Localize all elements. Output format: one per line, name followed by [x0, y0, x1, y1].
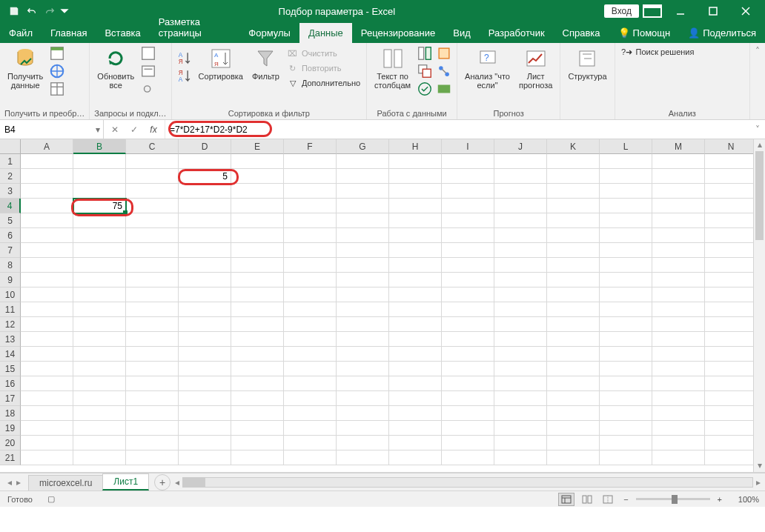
cell[interactable]: [284, 317, 337, 332]
fx-icon[interactable]: fx: [147, 123, 160, 136]
cell[interactable]: [600, 243, 652, 258]
cell[interactable]: [179, 243, 231, 258]
undo-icon[interactable]: [24, 3, 40, 19]
cell[interactable]: [494, 169, 547, 184]
cell[interactable]: [179, 213, 231, 228]
cell[interactable]: [231, 436, 284, 450]
cell[interactable]: [21, 406, 73, 421]
cell[interactable]: [179, 317, 231, 332]
cell[interactable]: [126, 347, 179, 362]
cell[interactable]: [494, 258, 547, 273]
cell[interactable]: [284, 347, 337, 362]
cell[interactable]: [389, 450, 442, 465]
cell[interactable]: [73, 376, 126, 391]
edit-links-icon[interactable]: [140, 81, 156, 97]
cell[interactable]: [652, 273, 705, 287]
cell[interactable]: [231, 213, 284, 228]
cell[interactable]: [21, 436, 73, 450]
column-header[interactable]: B: [73, 139, 126, 154]
cell[interactable]: [600, 184, 652, 199]
cell[interactable]: [600, 302, 652, 317]
cell[interactable]: [547, 243, 600, 258]
cell[interactable]: [600, 287, 652, 302]
cell[interactable]: [231, 421, 284, 436]
cell[interactable]: [705, 421, 758, 436]
cell[interactable]: [705, 154, 758, 169]
cell[interactable]: [126, 154, 179, 169]
cell[interactable]: [494, 243, 547, 258]
row-header[interactable]: 12: [0, 317, 21, 332]
cell[interactable]: [284, 376, 337, 391]
name-box[interactable]: ▾: [0, 120, 104, 139]
cell[interactable]: [21, 273, 73, 287]
cell[interactable]: [126, 243, 179, 258]
cell[interactable]: [337, 362, 389, 376]
cell[interactable]: [179, 302, 231, 317]
cell[interactable]: [547, 421, 600, 436]
cell[interactable]: [337, 169, 389, 184]
forecast-sheet-button[interactable]: Лист прогноза: [516, 45, 555, 91]
cell[interactable]: [73, 302, 126, 317]
cell[interactable]: [442, 287, 494, 302]
cell[interactable]: [284, 273, 337, 287]
cell[interactable]: [179, 287, 231, 302]
column-header[interactable]: C: [126, 139, 179, 154]
minimize-button[interactable]: [666, 1, 695, 21]
sheet-nav-next-icon[interactable]: ▸: [16, 477, 21, 488]
tab-formulas[interactable]: Формулы: [239, 23, 299, 43]
cell[interactable]: [73, 332, 126, 347]
from-web-icon[interactable]: [49, 63, 65, 79]
cell[interactable]: 5: [179, 169, 231, 184]
cell[interactable]: [705, 169, 758, 184]
cell[interactable]: [600, 332, 652, 347]
cell[interactable]: [389, 406, 442, 421]
cell[interactable]: [705, 228, 758, 243]
cell[interactable]: [652, 347, 705, 362]
cell[interactable]: [179, 436, 231, 450]
cell[interactable]: [73, 362, 126, 376]
cell[interactable]: [600, 317, 652, 332]
cell[interactable]: [179, 391, 231, 406]
cell[interactable]: [705, 347, 758, 362]
sign-in-button[interactable]: Вход: [604, 4, 639, 18]
cell[interactable]: [284, 302, 337, 317]
cell[interactable]: [231, 169, 284, 184]
cell[interactable]: [442, 436, 494, 450]
maximize-button[interactable]: [698, 1, 728, 21]
cell[interactable]: [389, 243, 442, 258]
cell[interactable]: [442, 213, 494, 228]
cell[interactable]: [652, 287, 705, 302]
sort-desc-icon[interactable]: ЯA: [176, 67, 193, 84]
cell[interactable]: [179, 273, 231, 287]
row-header[interactable]: 2: [0, 169, 21, 184]
column-header[interactable]: I: [442, 139, 494, 154]
cell[interactable]: [284, 287, 337, 302]
enter-formula-icon[interactable]: ✓: [128, 123, 141, 136]
cell[interactable]: [179, 376, 231, 391]
cell[interactable]: [705, 258, 758, 273]
cell[interactable]: [284, 213, 337, 228]
cell[interactable]: [284, 450, 337, 465]
cell[interactable]: [600, 213, 652, 228]
cell[interactable]: [337, 287, 389, 302]
cell[interactable]: [652, 317, 705, 332]
cell[interactable]: [547, 184, 600, 199]
data-model-icon[interactable]: [436, 81, 452, 97]
cell[interactable]: [600, 421, 652, 436]
sheet-tab[interactable]: microexcel.ru: [28, 475, 103, 491]
cell[interactable]: [600, 406, 652, 421]
column-header[interactable]: D: [179, 139, 231, 154]
sort-asc-icon[interactable]: AЯ: [176, 50, 193, 66]
cell[interactable]: [126, 287, 179, 302]
cell[interactable]: [231, 347, 284, 362]
cell[interactable]: [337, 258, 389, 273]
cell[interactable]: [21, 317, 73, 332]
cell[interactable]: [494, 436, 547, 450]
cell[interactable]: [73, 184, 126, 199]
expand-formula-bar-icon[interactable]: ˅: [750, 120, 765, 139]
cell[interactable]: [337, 421, 389, 436]
sort-button[interactable]: AЯ Сортировка: [196, 45, 246, 82]
cell[interactable]: [73, 406, 126, 421]
cell[interactable]: [652, 258, 705, 273]
new-sheet-button[interactable]: +: [154, 474, 170, 491]
